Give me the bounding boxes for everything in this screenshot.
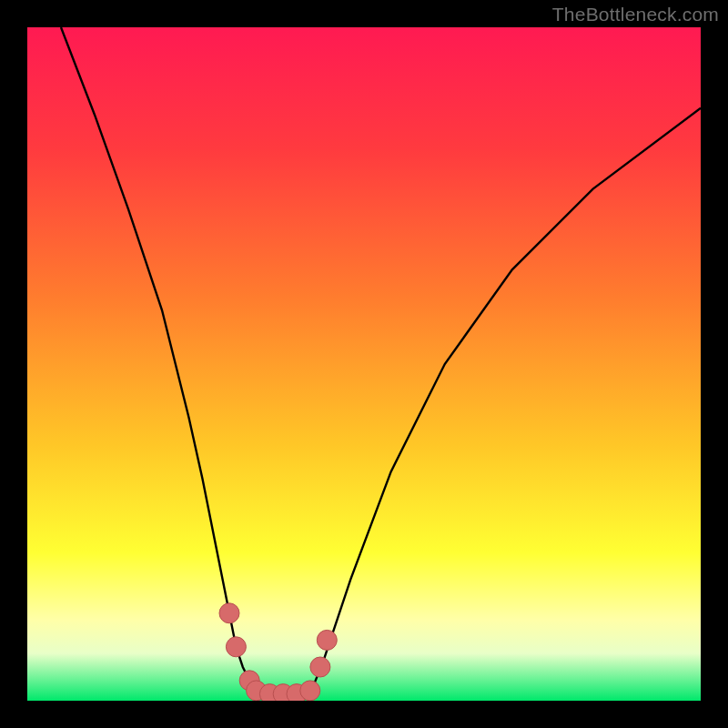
valley-marker xyxy=(317,630,337,650)
gradient-background xyxy=(27,27,701,701)
watermark-text: TheBottleneck.com xyxy=(552,4,719,25)
valley-marker xyxy=(300,681,320,701)
bottleneck-chart xyxy=(27,27,701,701)
valley-marker xyxy=(226,637,246,657)
valley-marker xyxy=(310,657,330,677)
chart-frame: TheBottleneck.com xyxy=(0,0,728,728)
valley-marker xyxy=(219,603,239,623)
